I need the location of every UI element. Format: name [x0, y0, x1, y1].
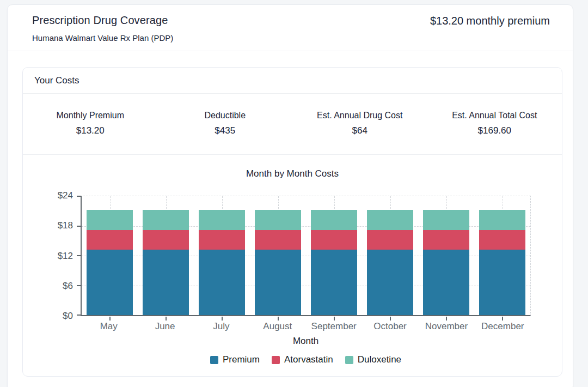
- y-tick-label: $18: [58, 220, 73, 231]
- bar-segment-duloxetine-july: [199, 210, 244, 229]
- bar-segment-premium-may: [87, 250, 132, 315]
- bar-segment-atorvastatin-july: [199, 230, 244, 250]
- y-axis-labels: $0$6$12$18$24: [50, 196, 81, 316]
- plot-area: [81, 196, 531, 316]
- y-tick-mark: [77, 255, 81, 256]
- bar-slot-september: [306, 196, 362, 315]
- legend-swatch-premium: [210, 356, 218, 364]
- cost-stats-row: Monthly Premium $13.20 Deductible $435 E…: [23, 94, 562, 155]
- bar-slot-july: [194, 196, 250, 315]
- legend-item-atorvastatin: Atorvastatin: [272, 354, 333, 365]
- x-tick-mark: [390, 317, 391, 321]
- stacked-bar-october: [367, 210, 413, 315]
- stat-monthly-premium: Monthly Premium $13.20: [23, 111, 158, 136]
- legend-item-premium: Premium: [210, 354, 260, 365]
- x-tick-mark: [502, 317, 503, 321]
- bar-segment-atorvastatin-may: [87, 230, 132, 250]
- y-tick-label: $12: [58, 251, 73, 262]
- x-tick-mark: [166, 317, 167, 321]
- legend-swatch-atorvastatin: [272, 356, 280, 364]
- x-tick-mark: [278, 317, 279, 321]
- your-costs-card: Your Costs Monthly Premium $13.20 Deduct…: [22, 67, 562, 377]
- y-tick-mark: [77, 196, 81, 197]
- bar-segment-premium-october: [367, 250, 413, 315]
- x-tick-mark: [222, 317, 223, 321]
- stat-label: Est. Annual Total Cost: [427, 111, 562, 120]
- bar-segment-premium-december: [479, 250, 525, 315]
- bar-segment-duloxetine-october: [367, 210, 413, 229]
- month-by-month-chart: Month by Month Costs $0$6$12$18$24 MayJu…: [23, 168, 562, 365]
- x-tick-label: May: [81, 321, 137, 332]
- bar-slot-december: [474, 196, 530, 315]
- bar-segment-premium-november: [423, 250, 469, 315]
- bar-segment-premium-june: [143, 250, 188, 315]
- stat-label: Monthly Premium: [23, 111, 158, 120]
- legend-swatch-duloxetine: [345, 356, 353, 364]
- x-axis-labels: MayJuneJulyAugustSeptemberOctoberNovembe…: [81, 321, 531, 332]
- plan-header: Prescription Drug Coverage Humana Walmar…: [8, 5, 573, 51]
- your-costs-heading: Your Costs: [23, 68, 562, 94]
- legend-label: Duloxetine: [358, 354, 401, 365]
- bar-slot-june: [138, 196, 194, 315]
- x-tick-mark: [109, 317, 111, 321]
- plan-panel: Prescription Drug Coverage Humana Walmar…: [7, 4, 573, 387]
- bar-segment-premium-july: [199, 250, 244, 315]
- stacked-bar-august: [255, 210, 301, 315]
- bar-segment-atorvastatin-september: [311, 230, 357, 250]
- stat-label: Est. Annual Drug Cost: [292, 111, 427, 120]
- chart-body: $0$6$12$18$24: [50, 196, 531, 316]
- bar-segment-atorvastatin-december: [479, 230, 525, 250]
- x-tick-label: September: [306, 321, 362, 332]
- y-tick-label: $6: [63, 281, 73, 292]
- stacked-bar-november: [423, 210, 469, 315]
- bar-segment-duloxetine-november: [423, 210, 469, 229]
- stacked-bar-may: [87, 210, 132, 315]
- bar-segment-atorvastatin-june: [143, 230, 188, 250]
- stacked-bar-july: [199, 210, 244, 315]
- y-tick-mark: [77, 226, 81, 227]
- bar-segment-premium-september: [311, 250, 357, 315]
- stat-annual-drug-cost: Est. Annual Drug Cost $64: [292, 111, 427, 136]
- monthly-premium-summary: $13.20 monthly premium: [430, 14, 550, 27]
- stacked-bar-june: [143, 210, 188, 315]
- y-tick-mark: [77, 285, 81, 286]
- bar-segment-duloxetine-august: [255, 210, 301, 229]
- legend-label: Atorvastatin: [284, 354, 333, 365]
- y-tick-label: $24: [58, 190, 73, 201]
- page-title: Prescription Drug Coverage: [32, 14, 173, 27]
- stacked-bar-december: [479, 210, 525, 315]
- legend-label: Premium: [223, 354, 260, 365]
- stat-annual-total-cost: Est. Annual Total Cost $169.60: [427, 111, 562, 136]
- x-tick-label: October: [362, 321, 418, 332]
- x-tick-mark: [446, 317, 447, 321]
- plan-header-left: Prescription Drug Coverage Humana Walmar…: [32, 14, 173, 43]
- bar-segment-duloxetine-june: [143, 210, 188, 229]
- x-tick-label: August: [249, 321, 305, 332]
- stat-value: $169.60: [427, 125, 562, 136]
- y-tick-mark: [77, 315, 81, 316]
- bar-segment-duloxetine-may: [87, 210, 132, 229]
- chart-title: Month by Month Costs: [23, 168, 562, 179]
- legend-item-duloxetine: Duloxetine: [345, 354, 401, 365]
- bar-slot-may: [82, 196, 138, 315]
- plan-name: Humana Walmart Value Rx Plan (PDP): [32, 33, 173, 43]
- stat-value: $64: [292, 125, 427, 136]
- bar-segment-atorvastatin-october: [367, 230, 413, 250]
- stat-value: $13.20: [23, 125, 158, 136]
- stat-value: $435: [158, 125, 293, 136]
- bar-slot-november: [418, 196, 474, 315]
- bar-segment-atorvastatin-august: [255, 230, 301, 250]
- bar-segment-atorvastatin-november: [423, 230, 469, 250]
- bar-segment-duloxetine-september: [311, 210, 357, 229]
- x-tick-mark: [334, 317, 335, 321]
- y-tick-label: $0: [63, 311, 73, 322]
- x-tick-label: June: [137, 321, 193, 332]
- bar-segment-premium-august: [255, 250, 301, 315]
- bar-segment-duloxetine-december: [479, 210, 525, 229]
- x-tick-label: July: [193, 321, 249, 332]
- bar-slot-august: [250, 196, 306, 315]
- stat-label: Deductible: [158, 111, 293, 120]
- chart-legend: PremiumAtorvastatinDuloxetine: [81, 354, 531, 365]
- stacked-bar-september: [311, 210, 357, 315]
- bar-slot-october: [362, 196, 418, 315]
